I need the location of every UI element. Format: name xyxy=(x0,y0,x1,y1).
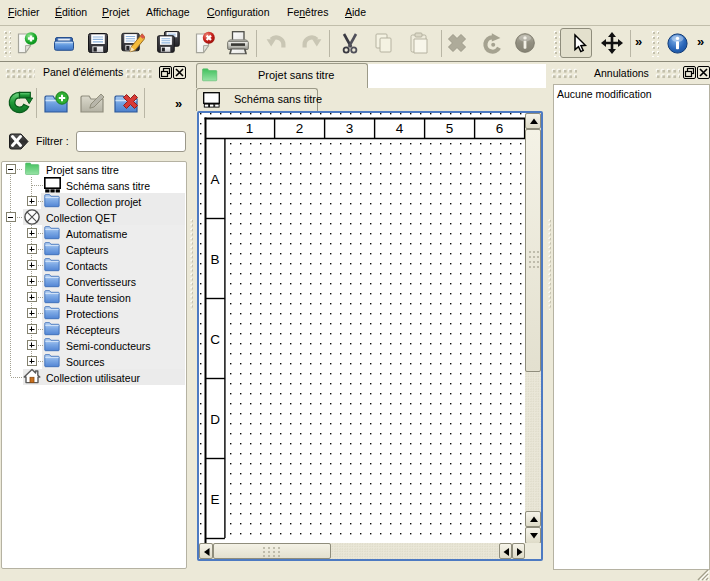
svg-text:6: 6 xyxy=(496,121,504,136)
svg-text:1: 1 xyxy=(246,121,254,136)
svg-text:Haute tension: Haute tension xyxy=(66,292,131,304)
svg-text:Schéma sans titre: Schéma sans titre xyxy=(66,180,150,192)
svg-text:5: 5 xyxy=(446,121,454,136)
svg-text:Sources: Sources xyxy=(66,356,105,368)
svg-text:C: C xyxy=(210,332,220,347)
svg-text:Semi-conducteurs: Semi-conducteurs xyxy=(66,340,151,352)
svg-text:Récepteurs: Récepteurs xyxy=(66,324,120,336)
svg-text:4: 4 xyxy=(396,121,404,136)
svg-text:3: 3 xyxy=(346,121,354,136)
svg-text:Capteurs: Capteurs xyxy=(66,244,109,256)
svg-text:Projet sans titre: Projet sans titre xyxy=(46,164,119,176)
svg-text:Contacts: Contacts xyxy=(66,260,107,272)
svg-text:A: A xyxy=(210,172,219,187)
svg-text:Convertisseurs: Convertisseurs xyxy=(66,276,136,288)
svg-text:Collection projet: Collection projet xyxy=(66,196,141,208)
svg-text:B: B xyxy=(210,252,219,267)
svg-text:Protections: Protections xyxy=(66,308,119,320)
svg-text:2: 2 xyxy=(296,121,304,136)
svg-text:D: D xyxy=(210,412,220,427)
svg-text:Collection QET: Collection QET xyxy=(46,212,117,224)
svg-text:E: E xyxy=(210,492,219,507)
svg-text:Automatisme: Automatisme xyxy=(66,228,127,240)
svg-text:Collection utilisateur: Collection utilisateur xyxy=(46,372,140,384)
